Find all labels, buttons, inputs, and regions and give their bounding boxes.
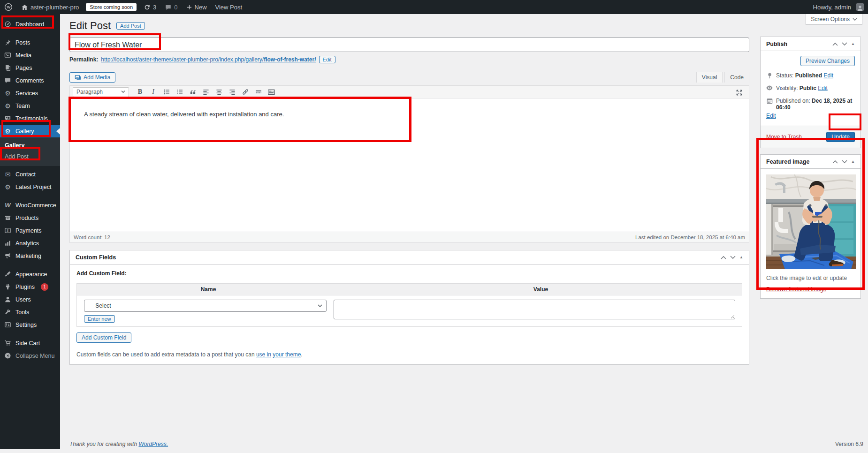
submenu-item-add-post[interactable]: Add Post: [0, 151, 60, 162]
comment-icon: [4, 76, 12, 84]
sidebar-item-analytics[interactable]: Analytics: [0, 237, 60, 249]
your-theme-link[interactable]: your theme: [273, 351, 301, 358]
add-media-button[interactable]: Add Media: [69, 72, 115, 83]
read-more-button[interactable]: [252, 87, 264, 97]
sidebar-item-media[interactable]: Media: [0, 49, 60, 61]
edit-visibility-link[interactable]: Edit: [818, 85, 828, 91]
sidebar-item-users[interactable]: Users: [0, 293, 60, 306]
sidebar-item-label: Media: [15, 52, 31, 59]
order-up-icon[interactable]: [832, 160, 838, 164]
avatar: [856, 3, 864, 11]
visibility-label: Visibility:: [776, 85, 798, 91]
use-in-link[interactable]: use in: [256, 351, 271, 358]
sidebar-item-appearance[interactable]: Appearance: [0, 268, 60, 280]
permalink-label: Permalink:: [69, 56, 98, 63]
order-down-icon[interactable]: [842, 160, 847, 164]
sidebar-item-plugins[interactable]: Plugins 1: [0, 280, 60, 293]
tab-visual[interactable]: Visual: [696, 72, 723, 83]
custom-field-value-textarea[interactable]: [334, 300, 735, 319]
sidebar-item-posts[interactable]: Posts: [0, 36, 60, 49]
sidebar-item-contact[interactable]: ✉ Contact: [0, 168, 60, 181]
align-left-button[interactable]: [200, 87, 212, 97]
help-suffix: .: [301, 351, 302, 358]
order-down-icon[interactable]: [730, 256, 736, 259]
custom-fields-table: Name Value — Select — Enter new: [76, 283, 742, 327]
comments-menu[interactable]: 0: [160, 0, 182, 14]
sidebar-item-comments[interactable]: Comments: [0, 74, 60, 87]
screen-options-tab[interactable]: Screen Options: [806, 14, 862, 25]
pages-icon: [4, 64, 12, 72]
status-value: Published: [795, 72, 822, 79]
payments-icon: $: [4, 226, 12, 234]
update-button[interactable]: Update: [826, 132, 855, 142]
sidebar-item-dashboard[interactable]: Dashboard: [0, 18, 60, 30]
sidebar-item-latest-project[interactable]: ⚙ Latest Project: [0, 181, 60, 193]
comment-bubble-icon: [165, 4, 172, 11]
align-center-button[interactable]: [213, 87, 225, 97]
submenu-item-gallery[interactable]: Gallery: [0, 140, 60, 151]
sidebar-item-collapse-menu[interactable]: Collapse Menu: [0, 349, 60, 362]
updates-menu[interactable]: 3: [139, 0, 160, 14]
align-right-button[interactable]: [226, 87, 238, 97]
collapse-toggle-icon[interactable]: ▲: [739, 255, 743, 259]
permalink-link[interactable]: http://localhost/aster-themes/aster-plum…: [101, 56, 316, 63]
edit-published-date-link[interactable]: Edit: [766, 113, 776, 119]
sidebar-item-settings[interactable]: Settings: [0, 318, 60, 331]
blockquote-button[interactable]: [187, 87, 198, 97]
remove-featured-image-link[interactable]: Remove featured image: [766, 286, 826, 293]
paragraph-format-dropdown[interactable]: Paragraph: [73, 87, 129, 97]
edit-status-link[interactable]: Edit: [823, 72, 833, 79]
order-down-icon[interactable]: [842, 42, 847, 46]
bulleted-list-button[interactable]: [160, 87, 172, 97]
site-name-menu[interactable]: aster-plumber-pro: [17, 0, 83, 14]
sidebar-item-marketing[interactable]: Marketing: [0, 249, 60, 262]
sidebar-item-side-cart[interactable]: Side Cart: [0, 337, 60, 349]
sidebar-item-services[interactable]: ⚙ Services: [0, 87, 60, 99]
sidebar-item-woocommerce[interactable]: W WooCommerce: [0, 199, 60, 211]
howdy-text: Howdy, admin: [813, 4, 851, 11]
page-title: Edit Post: [69, 20, 111, 32]
order-up-icon[interactable]: [832, 42, 838, 46]
order-up-icon[interactable]: [721, 256, 726, 259]
tab-code[interactable]: Code: [724, 72, 749, 83]
sidebar-item-label: Team: [15, 103, 30, 109]
sidebar-item-pages[interactable]: Pages: [0, 61, 60, 74]
edit-permalink-button[interactable]: Edit: [319, 56, 335, 63]
collapse-toggle-icon[interactable]: ▲: [851, 159, 855, 164]
wordpress-link[interactable]: WordPress.: [138, 441, 168, 447]
sidebar-item-payments[interactable]: $ Payments: [0, 224, 60, 237]
add-custom-field-label: Add Custom Field:: [76, 270, 742, 277]
collapse-toggle-icon[interactable]: ▲: [851, 42, 855, 46]
add-post-button[interactable]: Add Post: [116, 22, 145, 30]
editor-content-area[interactable]: A steady stream of clean water, delivere…: [70, 98, 749, 232]
custom-field-name-select[interactable]: — Select —: [84, 300, 327, 312]
sidebar-item-team[interactable]: ⚙ Team: [0, 99, 60, 112]
cart-icon: [4, 339, 12, 347]
post-title-input[interactable]: [69, 38, 749, 52]
megaphone-icon: [4, 252, 12, 260]
italic-button[interactable]: I: [147, 87, 159, 97]
wordpress-logo[interactable]: [0, 0, 17, 14]
plugin-icon: [4, 283, 12, 291]
view-post-link[interactable]: View Post: [211, 0, 247, 14]
sidebar-item-tools[interactable]: Tools: [0, 306, 60, 318]
featured-image-photo[interactable]: [766, 174, 856, 269]
enter-new-button[interactable]: Enter new: [84, 315, 115, 323]
move-to-trash-link[interactable]: Move to Trash: [766, 134, 802, 140]
my-account-menu[interactable]: Howdy, admin: [809, 0, 868, 14]
sidebar-item-label: Marketing: [15, 253, 41, 259]
preview-changes-button[interactable]: Preview Changes: [800, 56, 855, 66]
numbered-list-button[interactable]: [174, 87, 185, 97]
chevron-down-icon: [318, 304, 322, 308]
toolbar-toggle-button[interactable]: [266, 87, 277, 97]
sidebar-item-products[interactable]: Products: [0, 211, 60, 224]
fullscreen-icon[interactable]: [733, 88, 745, 98]
new-content-menu[interactable]: New: [182, 0, 211, 14]
bold-button[interactable]: B: [134, 87, 146, 97]
add-custom-field-button[interactable]: Add Custom Field: [76, 332, 131, 343]
sidebar-item-testimonials[interactable]: Testimonials: [0, 112, 60, 125]
sidebar-item-label: Payments: [15, 227, 42, 234]
insert-link-button[interactable]: [239, 87, 251, 97]
sidebar-item-gallery[interactable]: ⚙ Gallery: [0, 125, 60, 137]
home-icon: [21, 4, 28, 11]
